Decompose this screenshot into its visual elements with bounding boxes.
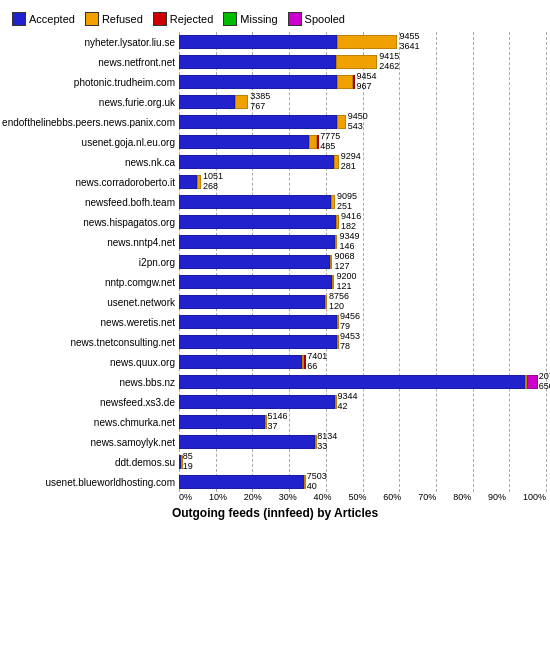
bar-segment-accepted-3 [179,95,235,109]
bar-label-10: news.nntp4.net [4,232,179,252]
bar-numbers-17: 20733 650 [537,372,550,392]
bar-numbers-11: 9068 127 [332,252,354,272]
bar-segment-accepted-17 [179,375,525,389]
legend-swatch-missing [223,12,237,26]
bar-segment-accepted-0 [179,35,337,49]
legend-label-missing: Missing [240,13,277,25]
bar-row-19: 5146 37 [179,412,546,432]
bar-label-14: news.weretis.net [4,312,179,332]
bar-segment-accepted-7 [179,175,197,189]
bar-segment-accepted-19 [179,415,265,429]
bar-numbers-5: 7775 485 [318,132,340,152]
bar-numbers-9: 9416 182 [339,212,361,232]
x-axis-label: 70% [418,492,436,502]
bar-segment-accepted-12 [179,275,332,289]
bar-label-17: news.bbs.nz [4,372,179,392]
bar-row-14: 9456 79 [179,312,546,332]
bar-label-6: news.nk.ca [4,152,179,172]
bar-label-19: news.chmurka.net [4,412,179,432]
bar-segment-accepted-10 [179,235,335,249]
bar-label-12: nntp.comgw.net [4,272,179,292]
bar-row-5: 7775 485 [179,132,546,152]
bar-row-13: 8756 120 [179,292,546,312]
bar-row-10: 9349 146 [179,232,546,252]
bar-numbers-19: 5146 37 [265,412,287,432]
bar-label-8: newsfeed.bofh.team [4,192,179,212]
legend-label-refused: Refused [102,13,143,25]
bar-row-22: 7503 40 [179,472,546,492]
bar-numbers-21: 85 19 [181,452,193,472]
bar-numbers-14: 9456 79 [338,312,360,332]
bar-segment-accepted-20 [179,435,315,449]
bar-row-7: 1051 268 [179,172,546,192]
bar-label-4: endofthelinebbs.peers.news.panix.com [4,112,179,132]
bar-segment-accepted-22 [179,475,304,489]
legend-swatch-spooled [288,12,302,26]
x-axis-label: 50% [348,492,366,502]
bar-numbers-0: 9455 3641 [397,32,419,52]
legend-item-missing: Missing [223,12,277,26]
bar-row-2: 9454 967 [179,72,546,92]
bar-segment-accepted-11 [179,255,330,269]
bar-numbers-8: 9095 251 [335,192,357,212]
chart-title: Outgoing feeds (innfeed) by Articles [4,506,546,520]
x-axis-labels: 0%10%20%30%40%50%60%70%80%90%100% [179,492,546,502]
bar-segment-refused-1 [336,55,377,69]
bar-numbers-2: 9454 967 [355,72,377,92]
bar-row-12: 9200 121 [179,272,546,292]
bar-segment-accepted-1 [179,55,336,69]
bar-segment-accepted-9 [179,215,336,229]
bars-column: 9455 36419415 24629454 9673385 7679450 5… [179,32,546,492]
bar-label-16: news.quux.org [4,352,179,372]
grid-line-100 [546,32,547,492]
bar-row-1: 9415 2462 [179,52,546,72]
bar-segment-accepted-4 [179,115,337,129]
x-axis-row: 0%10%20%30%40%50%60%70%80%90%100% [4,492,546,502]
bar-segment-accepted-8 [179,195,331,209]
bar-segment-refused-5 [309,135,317,149]
bar-label-5: usenet.goja.nl.eu.org [4,132,179,152]
legend-swatch-accepted [12,12,26,26]
legend-item-spooled: Spooled [288,12,345,26]
bar-numbers-13: 8756 120 [327,292,349,312]
labels-column: nyheter.lysator.liu.senews.netfront.netp… [4,32,179,492]
chart-container: Accepted Refused Rejected Missing Spoole… [0,0,550,550]
x-axis-label: 80% [453,492,471,502]
bar-label-18: newsfeed.xs3.de [4,392,179,412]
legend-item-refused: Refused [85,12,143,26]
bar-row-8: 9095 251 [179,192,546,212]
bar-row-0: 9455 3641 [179,32,546,52]
legend-label-rejected: Rejected [170,13,213,25]
bar-numbers-7: 1051 268 [201,172,223,192]
legend: Accepted Refused Rejected Missing Spoole… [4,8,546,32]
bar-label-13: usenet.network [4,292,179,312]
bar-label-3: news.furie.org.uk [4,92,179,112]
x-axis-label: 0% [179,492,192,502]
bar-row-17: 20733 650 [179,372,546,392]
bar-numbers-20: 8134 33 [315,432,337,452]
bar-numbers-10: 9349 146 [337,232,359,252]
bar-segment-accepted-5 [179,135,309,149]
bar-segment-accepted-16 [179,355,302,369]
bar-label-0: nyheter.lysator.liu.se [4,32,179,52]
legend-swatch-rejected [153,12,167,26]
x-axis-label: 60% [383,492,401,502]
bar-label-15: news.tnetconsulting.net [4,332,179,352]
bar-row-9: 9416 182 [179,212,546,232]
bar-row-21: 85 19 [179,452,546,472]
bar-label-1: news.netfront.net [4,52,179,72]
bar-segment-accepted-18 [179,395,335,409]
bar-row-16: 7401 66 [179,352,546,372]
bar-numbers-12: 9200 121 [334,272,356,292]
bar-segment-refused-0 [337,35,398,49]
bar-label-11: i2pn.org [4,252,179,272]
legend-label-accepted: Accepted [29,13,75,25]
bar-segment-refused-4 [337,115,346,129]
legend-swatch-refused [85,12,99,26]
bar-numbers-1: 9415 2462 [377,52,399,72]
bar-row-3: 3385 767 [179,92,546,112]
x-axis-label: 20% [244,492,262,502]
bar-numbers-4: 9450 543 [346,112,368,132]
bar-row-6: 9294 281 [179,152,546,172]
bar-label-22: usenet.blueworldhosting.com [4,472,179,492]
